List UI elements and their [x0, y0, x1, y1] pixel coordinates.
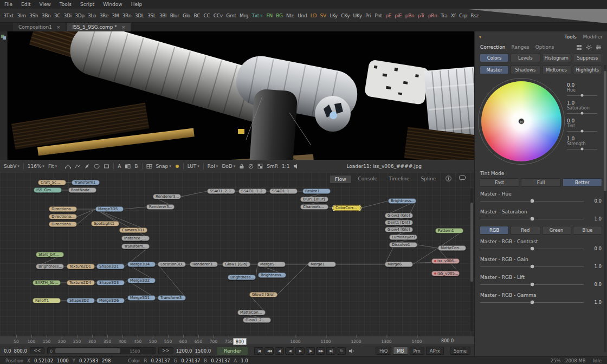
- dod-dropdown[interactable]: DoD▾: [222, 164, 235, 169]
- flow-node[interactable]: Merge3D5: [95, 206, 124, 212]
- flow-node[interactable]: Merge3D6: [96, 298, 125, 303]
- flow-node[interactable]: Brightness...: [36, 264, 64, 269]
- flow-node[interactable]: Resize1: [302, 188, 331, 194]
- flow-tab-flow[interactable]: Flow: [330, 175, 352, 184]
- mini-slider[interactable]: [567, 93, 597, 97]
- page-left-button[interactable]: <<: [30, 347, 44, 354]
- composition-tab[interactable]: Composition1×: [13, 23, 66, 31]
- flow-node[interactable]: Merge6: [385, 262, 413, 267]
- flow-node[interactable]: Merge3D4: [127, 262, 156, 267]
- flow-node[interactable]: Stars_brt...: [36, 252, 64, 257]
- flow-node[interactable]: MatteCon...: [237, 310, 266, 315]
- tool-button-lky[interactable]: LKy: [328, 12, 339, 20]
- roi-dropdown[interactable]: RoI▾: [208, 164, 218, 169]
- range-button-highlights[interactable]: Highlights: [573, 66, 602, 74]
- flow-node[interactable]: Blur1 [Blur]: [300, 197, 328, 202]
- tint-button-full[interactable]: Full: [521, 178, 560, 187]
- tool-button-fn[interactable]: FN: [264, 12, 274, 20]
- pen-tool-icon[interactable]: [85, 164, 90, 169]
- panel-tab-tools[interactable]: Tools: [564, 34, 576, 40]
- wheel-marker[interactable]: M: [519, 119, 525, 125]
- flow-node[interactable]: Texture2D1: [67, 264, 95, 269]
- render-button[interactable]: Render: [217, 347, 248, 355]
- polyline-tool-icon[interactable]: [75, 164, 81, 169]
- play-forward-button[interactable]: ▶: [295, 347, 305, 355]
- flow-node[interactable]: Location3D...: [158, 262, 186, 267]
- section-tab-ranges[interactable]: Ranges: [512, 44, 529, 50]
- flow-node[interactable]: Glow2 [Glo]: [249, 292, 277, 297]
- tool-button-cky[interactable]: CKy: [339, 12, 351, 20]
- slider-thumb[interactable]: [529, 300, 534, 304]
- play-reverse-button[interactable]: ◀: [285, 347, 294, 355]
- buffer-a-button[interactable]: A: [118, 164, 121, 169]
- step-forward-button[interactable]: |▶: [306, 347, 315, 355]
- range-button-shadows[interactable]: Shadows: [511, 66, 540, 74]
- flow-node[interactable]: Falloff1: [33, 298, 61, 303]
- slider-track[interactable]: [480, 198, 584, 204]
- mode-button-histogram[interactable]: Histogram: [542, 54, 571, 62]
- goto-end-button[interactable]: ▶|: [326, 347, 335, 355]
- flow-node[interactable]: Directiona...: [49, 206, 77, 212]
- rectangle-tool-icon[interactable]: [104, 164, 109, 169]
- flow-node[interactable]: Dent1 [Dnt]: [385, 220, 413, 225]
- buffer-b-button[interactable]: B: [134, 164, 138, 169]
- flow-node[interactable]: Instance_...: [121, 236, 150, 241]
- flow-node[interactable]: MatteCon...: [438, 245, 466, 251]
- flow-node[interactable]: Merge3D1: [127, 295, 156, 301]
- tool-button-sv[interactable]: SV: [318, 12, 328, 20]
- slider-thumb[interactable]: [581, 147, 584, 150]
- tool-button-nte[interactable]: Nte: [285, 12, 296, 20]
- tool-button-ld[interactable]: LD: [309, 12, 319, 20]
- tint-button-better[interactable]: Better: [563, 178, 602, 187]
- fast-rewind-button[interactable]: ◀◀: [264, 347, 274, 355]
- mini-slider[interactable]: [567, 111, 597, 115]
- flow-node[interactable]: Merge5: [257, 262, 286, 267]
- menu-file[interactable]: File: [4, 2, 12, 7]
- channel-button-blue[interactable]: Blue: [573, 226, 602, 235]
- flow-node[interactable]: Texture2D4: [67, 280, 95, 285]
- menu-tools[interactable]: Tools: [60, 2, 72, 7]
- tool-button-ccv[interactable]: CCv: [212, 12, 224, 20]
- tool-button-3c[interactable]: 3C: [53, 12, 62, 20]
- tool-button-gmt[interactable]: Gmt: [224, 12, 238, 20]
- flow-node[interactable]: Merge3D2: [127, 278, 156, 283]
- range-button-midtones[interactable]: Midtones: [542, 66, 571, 74]
- layers-icon[interactable]: [1, 35, 6, 40]
- tool-button-tra[interactable]: Tra: [439, 12, 449, 20]
- slider-track[interactable]: [480, 299, 584, 305]
- tool-button-prn[interactable]: pRn: [427, 12, 439, 20]
- menu-help[interactable]: Help: [131, 2, 143, 7]
- audio-icon[interactable]: [293, 164, 300, 169]
- channel-button-green[interactable]: Green: [542, 226, 571, 235]
- flow-node[interactable]: SSAO1_1_2: [238, 188, 267, 194]
- tool-button-ptr[interactable]: pTr: [416, 12, 427, 20]
- slider-thumb[interactable]: [581, 94, 584, 96]
- flow-node[interactable]: Shape3D2: [67, 298, 95, 303]
- tool-button-3bn[interactable]: 3Bn: [40, 12, 53, 20]
- flow-node[interactable]: iSS_v005...: [431, 271, 460, 276]
- flow-node[interactable]: Transform3: [158, 295, 186, 301]
- channel-button-rgb[interactable]: RGB: [480, 226, 509, 235]
- options-icon[interactable]: [596, 44, 602, 50]
- slider-thumb[interactable]: [529, 198, 534, 203]
- tool-button-3dp[interactable]: 3Dp: [73, 12, 86, 20]
- disable-icon[interactable]: [248, 164, 254, 169]
- bezier-tool-icon[interactable]: [65, 164, 71, 169]
- flow-node[interactable]: LumaKeyer1: [389, 235, 417, 240]
- panel-tab-modifier[interactable]: Modifier: [583, 34, 603, 40]
- flow-node[interactable]: EARTH_5b...: [33, 280, 61, 285]
- flow-node[interactable]: ISS_Gro...: [34, 187, 62, 193]
- slider-thumb[interactable]: [529, 246, 534, 251]
- lut-dropdown[interactable]: LUT▾: [188, 164, 199, 169]
- flow-node[interactable]: Glow3 [Glo]: [385, 213, 413, 218]
- tool-button-3m[interactable]: 3M: [110, 12, 120, 20]
- slider-track[interactable]: [480, 216, 584, 222]
- tool-button-3lo[interactable]: 3Lo: [86, 12, 98, 20]
- close-icon[interactable]: ×: [121, 24, 126, 30]
- section-tab-options[interactable]: Options: [535, 44, 554, 50]
- tool-button-txt[interactable]: Txt+: [250, 12, 264, 20]
- goto-start-button[interactable]: |◀: [254, 347, 263, 355]
- section-tab-correction[interactable]: Correction: [480, 44, 506, 50]
- flow-node[interactable]: ColorCorr...: [333, 205, 361, 211]
- flow-editor[interactable]: Craft_Sc...Transform1ISS_Gro...RootNodeR…: [0, 172, 474, 336]
